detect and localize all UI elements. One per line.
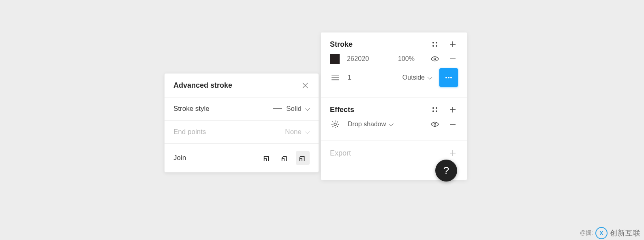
visibility-toggle-icon[interactable]: [430, 119, 440, 130]
svg-point-0: [432, 42, 434, 43]
chevron-down-icon: [306, 130, 310, 134]
advanced-stroke-popover: Advanced stroke Stroke style Solid End p…: [164, 73, 319, 173]
join-miter-button[interactable]: [260, 151, 274, 165]
stroke-opacity[interactable]: 100%: [398, 55, 422, 63]
inspector-panel: Stroke 262020 100%: [321, 32, 467, 180]
add-stroke-button[interactable]: [447, 39, 458, 50]
remove-stroke-button[interactable]: [447, 54, 458, 64]
export-section-title: Export: [330, 149, 440, 158]
svg-point-20: [334, 123, 336, 125]
effect-type-value: Drop shadow: [348, 121, 386, 128]
svg-point-14: [432, 107, 434, 109]
svg-point-13: [450, 77, 452, 78]
advanced-stroke-title: Advanced stroke: [173, 81, 232, 90]
end-points-label: End points: [173, 128, 206, 136]
svg-point-15: [436, 107, 437, 109]
add-export-button[interactable]: [447, 148, 458, 158]
stroke-weight-value[interactable]: 1: [348, 74, 395, 81]
svg-point-2: [432, 45, 434, 47]
watermark: @掘: X 创新互联: [580, 227, 641, 239]
effect-type-dropdown[interactable]: Drop shadow: [348, 121, 422, 128]
remove-effect-button[interactable]: [447, 119, 458, 130]
watermark-brand: 创新互联: [610, 228, 641, 238]
chevron-down-icon: [428, 76, 432, 80]
chevron-down-icon: [306, 107, 310, 111]
stroke-position-value: Outside: [402, 74, 425, 81]
svg-line-28: [337, 121, 338, 122]
add-effect-button[interactable]: [447, 104, 458, 115]
advanced-stroke-button[interactable]: [439, 68, 458, 87]
watermark-source: @掘:: [580, 229, 593, 237]
svg-point-11: [445, 77, 447, 78]
stroke-style-value: Solid: [286, 105, 302, 113]
stroke-color-swatch[interactable]: [330, 54, 340, 64]
stroke-color-hex[interactable]: 262020: [347, 55, 391, 63]
solid-line-icon: [273, 108, 282, 109]
svg-point-6: [434, 58, 436, 60]
style-library-icon[interactable]: [430, 104, 440, 115]
chevron-down-icon: [389, 122, 393, 126]
stroke-style-dropdown[interactable]: Solid: [273, 105, 310, 113]
join-bevel-button[interactable]: [278, 151, 292, 165]
stroke-position-dropdown[interactable]: Outside: [402, 74, 432, 81]
visibility-toggle-icon[interactable]: [430, 54, 440, 64]
stroke-weight-icon: [330, 72, 340, 83]
watermark-logo-icon: X: [595, 227, 608, 239]
close-icon[interactable]: [301, 81, 310, 90]
svg-point-1: [436, 42, 437, 43]
effects-section-title: Effects: [330, 106, 422, 114]
svg-point-16: [432, 110, 434, 112]
end-points-dropdown[interactable]: None: [285, 128, 310, 136]
svg-line-25: [332, 121, 333, 122]
join-label: Join: [173, 154, 186, 162]
svg-point-29: [434, 123, 436, 125]
svg-point-12: [448, 77, 449, 78]
svg-point-17: [436, 110, 437, 112]
svg-point-3: [436, 45, 437, 47]
effect-settings-icon[interactable]: [330, 119, 340, 130]
help-button[interactable]: ?: [435, 160, 457, 182]
stroke-style-label: Stroke style: [173, 105, 210, 113]
svg-line-27: [332, 126, 333, 127]
style-library-icon[interactable]: [430, 39, 440, 50]
stroke-section-title: Stroke: [330, 40, 422, 49]
end-points-value: None: [285, 128, 302, 136]
svg-line-26: [337, 126, 338, 127]
join-round-button[interactable]: [296, 151, 310, 165]
